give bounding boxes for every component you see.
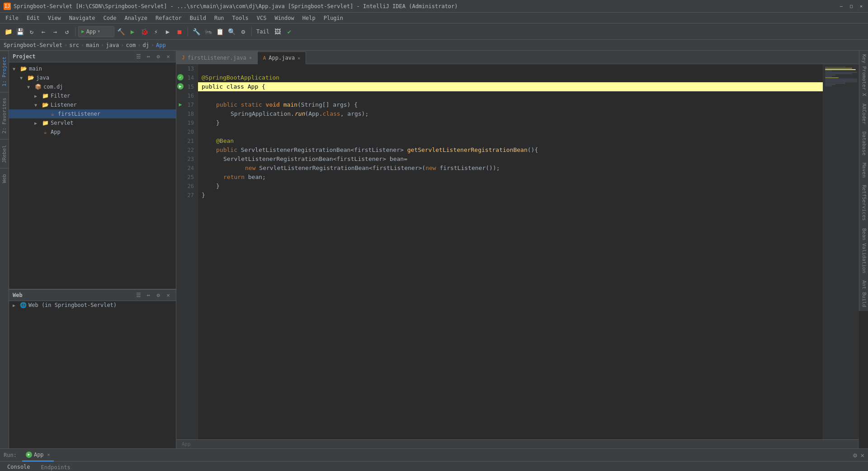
- maximize-button[interactable]: □: [848, 3, 854, 9]
- toolbar-project-btn[interactable]: 📁: [3, 26, 14, 37]
- project-expand-btn[interactable]: ☰: [134, 52, 142, 61]
- close-button[interactable]: ✕: [858, 3, 864, 9]
- code-content[interactable]: @SpringBootApplication public class App …: [198, 64, 823, 439]
- toolbar-search-btn[interactable]: 🔍: [226, 26, 237, 37]
- project-collapse-btn[interactable]: ↔: [144, 52, 152, 61]
- menu-navigate[interactable]: Navigate: [66, 14, 99, 22]
- toolbar-undo-btn[interactable]: ↺: [61, 26, 72, 37]
- menu-help[interactable]: Help: [299, 14, 319, 22]
- minimap[interactable]: [823, 64, 859, 439]
- menu-code[interactable]: Code: [100, 14, 120, 22]
- maven-label[interactable]: Maven: [859, 159, 868, 181]
- code-line-25: return bean;: [198, 173, 823, 182]
- endpoints-tab[interactable]: Endpoints: [36, 462, 76, 471]
- toolbar-stop-btn[interactable]: ■: [174, 26, 185, 37]
- menu-analyze[interactable]: Analyze: [121, 14, 151, 22]
- menu-plugin[interactable]: Plugin: [320, 14, 347, 22]
- toolbar-settings-btn[interactable]: ⚙: [238, 26, 249, 37]
- web-expand-btn[interactable]: ☰: [134, 291, 142, 299]
- console-tab[interactable]: Console: [2, 462, 36, 471]
- bc-com[interactable]: com: [126, 42, 136, 48]
- toolbar-frame-btn[interactable]: 🖼: [272, 26, 283, 37]
- window-controls[interactable]: — □ ✕: [838, 3, 864, 9]
- bc-main[interactable]: main: [86, 42, 99, 48]
- web-item-label: Web (in Springboot-Servlet): [28, 302, 117, 308]
- tab-firstlistener[interactable]: J firstListener.java ✕: [176, 51, 258, 64]
- tree-comdj[interactable]: ▼ 📦 com.dj: [9, 82, 176, 91]
- tree-firstlistener[interactable]: ☕ firstListener: [9, 109, 176, 118]
- panel-tab-favorites[interactable]: 2: Favorites: [0, 92, 9, 139]
- tree-label-java: java: [36, 75, 49, 81]
- bc-java[interactable]: java: [106, 42, 119, 48]
- toolbar-forward-btn[interactable]: →: [50, 26, 61, 37]
- tab-close-fl[interactable]: ✕: [249, 55, 252, 60]
- retf-label[interactable]: RetfServices: [859, 181, 868, 224]
- tab-appjava[interactable]: A App.java ✕: [258, 52, 306, 64]
- menu-build[interactable]: Build: [186, 14, 210, 22]
- tree-label-main: main: [29, 66, 42, 72]
- web-gear-btn[interactable]: ⚙: [154, 291, 162, 299]
- tree-java[interactable]: ▼ 📂 java: [9, 73, 176, 82]
- toolbar-save-btn[interactable]: 💾: [14, 26, 25, 37]
- tree-arrow-listener: ▼: [34, 103, 42, 108]
- web-tree-item[interactable]: ▶ 🌐 Web (in Springboot-Servlet): [9, 301, 176, 309]
- toolbar-coverage-btn[interactable]: ⚡: [151, 26, 161, 37]
- menu-file[interactable]: File: [2, 14, 22, 22]
- run-config-combo[interactable]: ▶ App ▼: [78, 26, 114, 37]
- tree-listener[interactable]: ▼ 📂 Listener: [9, 100, 176, 109]
- toolbar-profile-btn[interactable]: ▶: [162, 26, 173, 37]
- tree-arrow-filter: ▶: [34, 94, 42, 99]
- xcode-label[interactable]: AXCoder: [859, 100, 868, 128]
- tree-main[interactable]: ▼ 📂 main: [9, 64, 176, 73]
- tree-arrow-main: ▼: [13, 66, 20, 71]
- toolbar-run-btn[interactable]: ▶: [127, 26, 138, 37]
- bc-springboot[interactable]: Springboot-Servlet: [4, 42, 62, 48]
- side-panels: Project ☰ ↔ ⚙ ✕ ▼ 📂 main ▼ 📂: [9, 51, 176, 448]
- tree-filter[interactable]: ▶ 📁 Filter: [9, 91, 176, 100]
- menu-run[interactable]: Run: [211, 14, 228, 22]
- toolbar-separator-1: [75, 27, 75, 36]
- project-gear-btn[interactable]: ⚙: [154, 52, 162, 61]
- toolbar-debug-btn[interactable]: 🐞: [139, 26, 150, 37]
- toolbar-check-btn[interactable]: ✔: [284, 26, 295, 37]
- toolbar-ant-btn[interactable]: 🐜: [203, 26, 213, 37]
- tab-close-app[interactable]: ✕: [297, 56, 300, 61]
- database-label[interactable]: Database: [859, 128, 868, 159]
- run-bar-gear[interactable]: ⚙: [853, 452, 857, 459]
- run-bar-close[interactable]: ✕: [861, 452, 864, 459]
- tail-label[interactable]: Tail: [255, 28, 271, 35]
- bc-app[interactable]: App: [156, 42, 166, 48]
- web-collapse-btn[interactable]: ↔: [144, 291, 152, 299]
- menu-refactor[interactable]: Refactor: [152, 14, 185, 22]
- project-close-btn[interactable]: ✕: [164, 52, 172, 61]
- menu-tools[interactable]: Tools: [229, 14, 252, 22]
- toolbar-build-btn[interactable]: 🔨: [115, 26, 126, 37]
- run-tab-app[interactable]: ▶ App ✕: [22, 449, 54, 462]
- web-close-btn[interactable]: ✕: [164, 291, 172, 299]
- folder-icon-filter: 📁: [42, 92, 49, 99]
- minimize-button[interactable]: —: [838, 3, 844, 9]
- panel-tab-jrebel[interactable]: JRebel: [0, 139, 9, 169]
- panel-tab-project[interactable]: 1: Project: [0, 51, 9, 92]
- editor-class-name: App: [180, 441, 193, 447]
- toolbar-back-btn[interactable]: ←: [38, 26, 49, 37]
- bc-dj[interactable]: dj: [142, 42, 149, 48]
- bean-validation-label[interactable]: Bean Validation: [859, 225, 868, 277]
- bc-src[interactable]: src: [69, 42, 79, 48]
- menu-vcs[interactable]: VCS: [253, 14, 270, 22]
- menu-view[interactable]: View: [44, 14, 65, 22]
- line-23: 23: [176, 155, 198, 164]
- menu-window[interactable]: Window: [271, 14, 297, 22]
- tree-app[interactable]: ☕ App: [9, 127, 176, 137]
- toolbar-vcs-btn[interactable]: 📋: [214, 26, 225, 37]
- key-promoter-label[interactable]: Key Promoter X: [859, 51, 868, 100]
- ant-label[interactable]: Ant Build: [859, 277, 868, 311]
- menu-edit[interactable]: Edit: [23, 14, 43, 22]
- java-icon-app: ☕: [42, 128, 49, 136]
- toolbar-sync-btn[interactable]: ↻: [26, 26, 37, 37]
- line-19: 19: [176, 118, 198, 127]
- panel-tab-web[interactable]: Web: [0, 168, 9, 188]
- tree-servlet[interactable]: ▶ 📁 Servlet: [9, 118, 176, 127]
- toolbar-sdk-btn[interactable]: 🔧: [191, 26, 202, 37]
- run-tab-close[interactable]: ✕: [47, 452, 50, 457]
